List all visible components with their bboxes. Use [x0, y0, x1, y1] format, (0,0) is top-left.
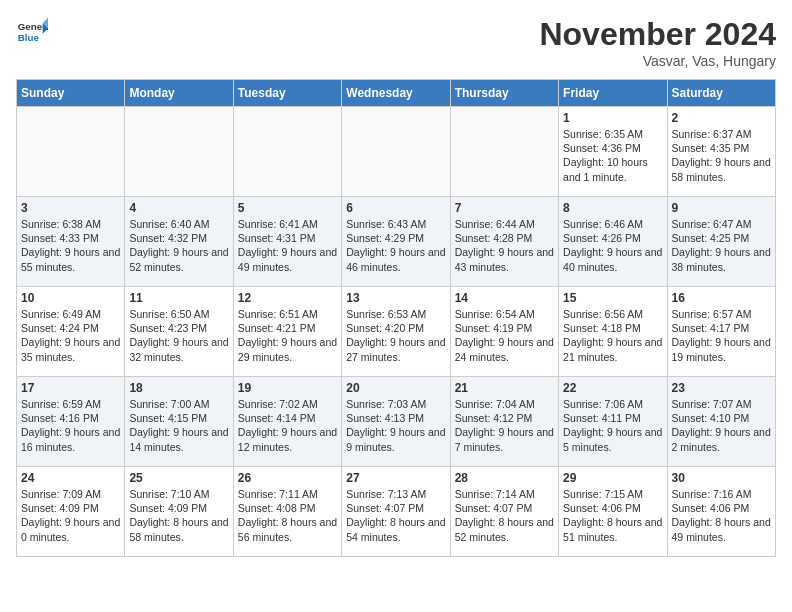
day-info: Daylight: 9 hours and 7 minutes. — [455, 425, 554, 453]
day-number: 30 — [672, 471, 771, 485]
day-number: 7 — [455, 201, 554, 215]
week-row: 10Sunrise: 6:49 AMSunset: 4:24 PMDayligh… — [17, 287, 776, 377]
col-header-wednesday: Wednesday — [342, 80, 450, 107]
day-info: Sunset: 4:23 PM — [129, 321, 228, 335]
day-number: 23 — [672, 381, 771, 395]
calendar-cell: 20Sunrise: 7:03 AMSunset: 4:13 PMDayligh… — [342, 377, 450, 467]
day-number: 21 — [455, 381, 554, 395]
day-info: Sunset: 4:26 PM — [563, 231, 662, 245]
day-info: Sunrise: 7:15 AM — [563, 487, 662, 501]
day-info: Sunrise: 7:11 AM — [238, 487, 337, 501]
day-info: Sunset: 4:06 PM — [563, 501, 662, 515]
day-info: Daylight: 9 hours and 0 minutes. — [21, 515, 120, 543]
calendar-cell: 2Sunrise: 6:37 AMSunset: 4:35 PMDaylight… — [667, 107, 775, 197]
week-row: 3Sunrise: 6:38 AMSunset: 4:33 PMDaylight… — [17, 197, 776, 287]
day-info: Daylight: 8 hours and 49 minutes. — [672, 515, 771, 543]
day-info: Sunrise: 6:56 AM — [563, 307, 662, 321]
col-header-tuesday: Tuesday — [233, 80, 341, 107]
calendar-cell: 7Sunrise: 6:44 AMSunset: 4:28 PMDaylight… — [450, 197, 558, 287]
day-info: Sunrise: 7:02 AM — [238, 397, 337, 411]
day-number: 6 — [346, 201, 445, 215]
svg-text:Blue: Blue — [18, 32, 40, 43]
day-info: Sunset: 4:32 PM — [129, 231, 228, 245]
calendar-cell: 9Sunrise: 6:47 AMSunset: 4:25 PMDaylight… — [667, 197, 775, 287]
day-info: Daylight: 10 hours and 1 minute. — [563, 155, 662, 183]
day-number: 19 — [238, 381, 337, 395]
day-number: 29 — [563, 471, 662, 485]
day-info: Daylight: 9 hours and 58 minutes. — [672, 155, 771, 183]
calendar-cell — [342, 107, 450, 197]
day-info: Sunrise: 7:13 AM — [346, 487, 445, 501]
day-number: 11 — [129, 291, 228, 305]
day-info: Sunset: 4:16 PM — [21, 411, 120, 425]
day-info: Sunrise: 6:40 AM — [129, 217, 228, 231]
day-info: Sunrise: 6:37 AM — [672, 127, 771, 141]
calendar-cell: 19Sunrise: 7:02 AMSunset: 4:14 PMDayligh… — [233, 377, 341, 467]
day-info: Sunrise: 6:41 AM — [238, 217, 337, 231]
day-info: Daylight: 9 hours and 32 minutes. — [129, 335, 228, 363]
day-info: Sunset: 4:15 PM — [129, 411, 228, 425]
day-info: Daylight: 9 hours and 49 minutes. — [238, 245, 337, 273]
day-number: 13 — [346, 291, 445, 305]
week-row: 17Sunrise: 6:59 AMSunset: 4:16 PMDayligh… — [17, 377, 776, 467]
day-info: Sunrise: 6:59 AM — [21, 397, 120, 411]
day-info: Daylight: 9 hours and 29 minutes. — [238, 335, 337, 363]
calendar-cell: 21Sunrise: 7:04 AMSunset: 4:12 PMDayligh… — [450, 377, 558, 467]
day-number: 18 — [129, 381, 228, 395]
calendar-cell — [17, 107, 125, 197]
day-number: 17 — [21, 381, 120, 395]
calendar-cell: 6Sunrise: 6:43 AMSunset: 4:29 PMDaylight… — [342, 197, 450, 287]
day-info: Sunrise: 6:51 AM — [238, 307, 337, 321]
logo-icon: General Blue — [16, 16, 48, 48]
calendar-cell: 24Sunrise: 7:09 AMSunset: 4:09 PMDayligh… — [17, 467, 125, 557]
page-header: General Blue November 2024 Vasvar, Vas, … — [16, 16, 776, 69]
day-info: Sunset: 4:36 PM — [563, 141, 662, 155]
day-info: Sunset: 4:06 PM — [672, 501, 771, 515]
calendar-cell — [450, 107, 558, 197]
day-info: Daylight: 9 hours and 27 minutes. — [346, 335, 445, 363]
day-info: Daylight: 9 hours and 14 minutes. — [129, 425, 228, 453]
month-title: November 2024 — [539, 16, 776, 53]
day-number: 14 — [455, 291, 554, 305]
day-info: Sunset: 4:14 PM — [238, 411, 337, 425]
day-info: Sunrise: 7:14 AM — [455, 487, 554, 501]
day-number: 4 — [129, 201, 228, 215]
calendar-cell: 28Sunrise: 7:14 AMSunset: 4:07 PMDayligh… — [450, 467, 558, 557]
calendar-cell: 3Sunrise: 6:38 AMSunset: 4:33 PMDaylight… — [17, 197, 125, 287]
day-info: Daylight: 9 hours and 5 minutes. — [563, 425, 662, 453]
calendar-cell: 25Sunrise: 7:10 AMSunset: 4:09 PMDayligh… — [125, 467, 233, 557]
day-info: Sunrise: 6:57 AM — [672, 307, 771, 321]
day-info: Sunrise: 6:54 AM — [455, 307, 554, 321]
location: Vasvar, Vas, Hungary — [539, 53, 776, 69]
day-info: Sunrise: 7:07 AM — [672, 397, 771, 411]
day-info: Daylight: 9 hours and 52 minutes. — [129, 245, 228, 273]
day-info: Daylight: 9 hours and 19 minutes. — [672, 335, 771, 363]
calendar-cell: 15Sunrise: 6:56 AMSunset: 4:18 PMDayligh… — [559, 287, 667, 377]
day-info: Sunrise: 7:04 AM — [455, 397, 554, 411]
day-info: Daylight: 8 hours and 56 minutes. — [238, 515, 337, 543]
day-number: 27 — [346, 471, 445, 485]
day-info: Sunrise: 6:47 AM — [672, 217, 771, 231]
day-info: Sunset: 4:18 PM — [563, 321, 662, 335]
day-number: 15 — [563, 291, 662, 305]
day-info: Sunset: 4:19 PM — [455, 321, 554, 335]
day-number: 22 — [563, 381, 662, 395]
day-info: Sunrise: 6:43 AM — [346, 217, 445, 231]
day-info: Sunset: 4:28 PM — [455, 231, 554, 245]
day-info: Daylight: 9 hours and 40 minutes. — [563, 245, 662, 273]
day-number: 2 — [672, 111, 771, 125]
day-number: 25 — [129, 471, 228, 485]
day-info: Sunset: 4:09 PM — [21, 501, 120, 515]
calendar-cell: 23Sunrise: 7:07 AMSunset: 4:10 PMDayligh… — [667, 377, 775, 467]
day-info: Daylight: 9 hours and 9 minutes. — [346, 425, 445, 453]
calendar-cell — [233, 107, 341, 197]
day-info: Sunrise: 7:00 AM — [129, 397, 228, 411]
day-info: Sunrise: 7:10 AM — [129, 487, 228, 501]
day-info: Daylight: 9 hours and 12 minutes. — [238, 425, 337, 453]
week-row: 1Sunrise: 6:35 AMSunset: 4:36 PMDaylight… — [17, 107, 776, 197]
day-info: Sunset: 4:35 PM — [672, 141, 771, 155]
calendar-cell: 26Sunrise: 7:11 AMSunset: 4:08 PMDayligh… — [233, 467, 341, 557]
day-info: Sunrise: 6:38 AM — [21, 217, 120, 231]
day-info: Sunrise: 7:09 AM — [21, 487, 120, 501]
day-info: Sunset: 4:31 PM — [238, 231, 337, 245]
